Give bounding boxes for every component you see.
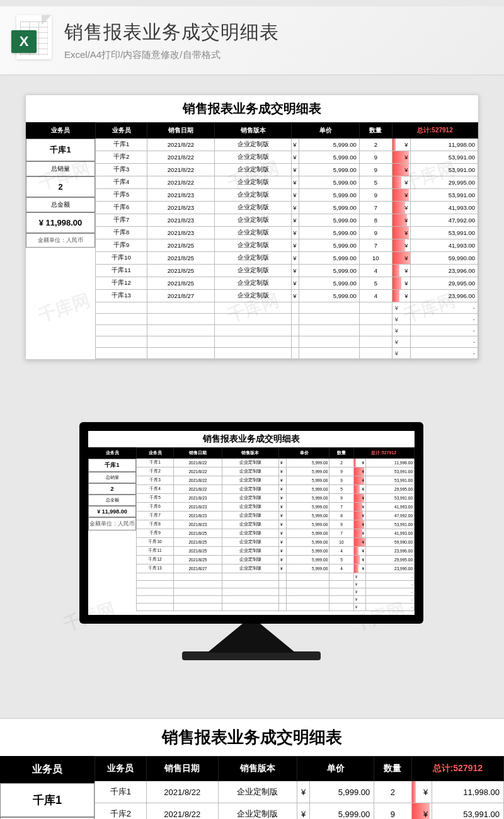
table-row[interactable]: 千库112021/8/25企业定制版¥5,999.004¥23,996.00 bbox=[137, 547, 415, 556]
table-row[interactable]: 千库82021/8/23企业定制版¥5,999.009¥53,991.00 bbox=[96, 227, 478, 239]
col-header: 业务员 bbox=[95, 757, 147, 781]
cell-amount: ¥ bbox=[353, 476, 366, 485]
table-row[interactable]: 千库92021/8/25企业定制版¥5,999.007¥41,993.00 bbox=[96, 239, 478, 252]
cell-date: 2021/8/22 bbox=[174, 467, 222, 476]
cell-date: 2021/8/25 bbox=[147, 265, 215, 277]
table-row[interactable]: 千库102021/8/25企业定制版¥5,999.0010¥59,990.00 bbox=[137, 538, 415, 547]
cell-amount: ¥ bbox=[392, 239, 411, 252]
page-title: 销售报表业务成交明细表 bbox=[64, 20, 279, 45]
cell-version: 企业定制版 bbox=[218, 781, 297, 803]
cell-rep: 千库6 bbox=[96, 202, 147, 214]
table-row-empty: ¥- bbox=[96, 348, 478, 359]
cell-date: 2021/8/23 bbox=[147, 189, 215, 202]
cell-qty: 8 bbox=[359, 214, 392, 227]
cell-amount-value: 53,991.00 bbox=[411, 227, 478, 239]
yen-symbol: ¥ bbox=[292, 265, 299, 277]
cell-qty: 9 bbox=[329, 494, 353, 503]
cell-price: 5,999.00 bbox=[299, 176, 360, 189]
table-row[interactable]: 千库62021/8/23企业定制版¥5,999.007¥41,993.00 bbox=[96, 202, 478, 214]
cell-rep: 千库5 bbox=[137, 494, 174, 503]
table-row[interactable]: 千库22021/8/22企业定制版¥5,999.009¥53,991.00 bbox=[137, 467, 415, 476]
cell-rep: 千库12 bbox=[96, 277, 147, 290]
total-header: 总计:527912 bbox=[392, 123, 478, 139]
table-row[interactable]: 千库42021/8/22企业定制版¥5,999.005¥29,995.00 bbox=[137, 485, 415, 494]
table-row[interactable]: 千库12021/8/22企业定制版¥5,999.002¥11,998.00 bbox=[137, 459, 415, 467]
cell-version: 企业定制版 bbox=[222, 467, 278, 476]
cell-version: 企业定制版 bbox=[222, 520, 278, 529]
table-row[interactable]: 千库72021/8/23企业定制版¥5,999.008¥47,992.00 bbox=[137, 512, 415, 520]
table-row[interactable]: 千库132021/8/27企业定制版¥5,999.004¥23,996.00 bbox=[137, 564, 415, 573]
cell-price: 5,999.00 bbox=[299, 151, 360, 164]
detail-table: 业务员销售日期销售版本单价数量总计:527912千库12021/8/22企业定制… bbox=[95, 122, 478, 359]
table-row[interactable]: 千库122021/8/25企业定制版¥5,999.005¥29,995.00 bbox=[137, 556, 415, 564]
table-row[interactable]: 千库32021/8/22企业定制版¥5,999.009¥53,991.00 bbox=[96, 164, 478, 176]
cell-version: 企业定制版 bbox=[214, 164, 292, 176]
cell-amount: ¥ bbox=[353, 512, 366, 520]
table-row[interactable]: 千库72021/8/23企业定制版¥5,999.008¥47,992.00 bbox=[96, 214, 478, 227]
cell-date: 2021/8/22 bbox=[147, 164, 215, 176]
cell-version: 企业定制版 bbox=[214, 265, 292, 277]
table-row[interactable]: 千库92021/8/25企业定制版¥5,999.007¥41,993.00 bbox=[137, 529, 415, 538]
yen-symbol: ¥ bbox=[278, 538, 286, 547]
cell-date: 2021/8/25 bbox=[147, 277, 215, 290]
cell-date: 2021/8/22 bbox=[146, 781, 218, 803]
table-row[interactable]: 千库102021/8/25企业定制版¥5,999.0010¥59,990.00 bbox=[96, 252, 478, 265]
col-header: 单价 bbox=[292, 123, 360, 139]
cell-version: 企业定制版 bbox=[222, 529, 278, 538]
table-row[interactable]: 千库12021/8/22企业定制版¥5,999.002¥11,998.00 bbox=[95, 781, 504, 803]
cell-qty: 4 bbox=[329, 564, 353, 573]
cell-price: 5,999.00 bbox=[299, 277, 360, 290]
cell-amount-value: 23,996.00 bbox=[411, 265, 478, 277]
cell-rep: 千库11 bbox=[96, 265, 147, 277]
cell-rep: 千库7 bbox=[96, 214, 147, 227]
cell-qty: 2 bbox=[359, 139, 392, 151]
table-row[interactable]: 千库122021/8/25企业定制版¥5,999.005¥29,995.00 bbox=[96, 277, 478, 290]
total-qty-value: 2 bbox=[88, 483, 136, 495]
spreadsheet-preview-top: 销售报表业务成交明细表业务员千库1总销量2总金额¥ 11,998.00金额单位：… bbox=[25, 94, 479, 360]
cell-amount-value: 41,993.00 bbox=[366, 503, 415, 512]
cell-amount: ¥ bbox=[392, 265, 411, 277]
table-row[interactable]: 千库32021/8/22企业定制版¥5,999.009¥53,991.00 bbox=[137, 476, 415, 485]
table-row[interactable]: 千库42021/8/22企业定制版¥5,999.005¥29,995.00 bbox=[96, 176, 478, 189]
cell-version: 企业定制版 bbox=[222, 476, 278, 485]
table-row[interactable]: 千库52021/8/23企业定制版¥5,999.009¥53,991.00 bbox=[137, 494, 415, 503]
cell-date: 2021/8/25 bbox=[147, 252, 215, 265]
table-row[interactable]: 千库62021/8/23企业定制版¥5,999.007¥41,993.00 bbox=[137, 503, 415, 512]
table-row[interactable]: 千库112021/8/25企业定制版¥5,999.004¥23,996.00 bbox=[96, 265, 478, 277]
yen-symbol: ¥ bbox=[278, 503, 286, 512]
cell-version: 企业定制版 bbox=[214, 227, 292, 239]
col-header: 数量 bbox=[329, 448, 353, 459]
table-row[interactable]: 千库52021/8/23企业定制版¥5,999.009¥53,991.00 bbox=[96, 189, 478, 202]
cell-amount: ¥ bbox=[411, 781, 432, 803]
table-row[interactable]: 千库132021/8/27企业定制版¥5,999.004¥23,996.00 bbox=[96, 290, 478, 302]
table-row-empty: ¥- bbox=[96, 336, 478, 348]
selected-rep[interactable]: 千库1 bbox=[88, 459, 136, 472]
table-row[interactable]: 千库22021/8/22企业定制版¥5,999.009¥53,991.00 bbox=[95, 803, 504, 820]
cell-qty: 5 bbox=[359, 176, 392, 189]
sidebar-header: 业务员 bbox=[88, 447, 136, 459]
cell-date: 2021/8/22 bbox=[174, 459, 222, 467]
cell-amount: ¥ bbox=[392, 202, 411, 214]
cell-amount: ¥ bbox=[392, 176, 411, 189]
table-row[interactable]: 千库22021/8/22企业定制版¥5,999.009¥53,991.00 bbox=[96, 151, 478, 164]
cell-qty: 10 bbox=[329, 538, 353, 547]
total-qty-label: 总销量 bbox=[26, 161, 95, 176]
cell-qty: 9 bbox=[359, 189, 392, 202]
table-row[interactable]: 千库12021/8/22企业定制版¥5,999.002¥11,998.00 bbox=[96, 139, 478, 151]
cell-date: 2021/8/23 bbox=[147, 214, 215, 227]
sheet-title: 销售报表业务成交明细表 bbox=[0, 719, 504, 756]
table-row[interactable]: 千库82021/8/23企业定制版¥5,999.009¥53,991.00 bbox=[137, 520, 415, 529]
cell-version: 企业定制版 bbox=[222, 459, 278, 467]
col-header: 单价 bbox=[278, 448, 329, 459]
cell-amount-value: 53,991.00 bbox=[366, 520, 415, 529]
cell-amount-value: 11,998.00 bbox=[411, 139, 478, 151]
cell-amount: ¥ bbox=[353, 547, 366, 556]
table-row-empty: ¥- bbox=[96, 314, 478, 325]
yen-symbol: ¥ bbox=[292, 227, 299, 239]
selected-rep[interactable]: 千库1 bbox=[0, 783, 94, 817]
cell-price: 5,999.00 bbox=[299, 164, 360, 176]
cell-date: 2021/8/22 bbox=[147, 176, 215, 189]
cell-rep: 千库3 bbox=[137, 476, 174, 485]
selected-rep[interactable]: 千库1 bbox=[26, 139, 95, 161]
cell-amount: ¥ bbox=[353, 520, 366, 529]
